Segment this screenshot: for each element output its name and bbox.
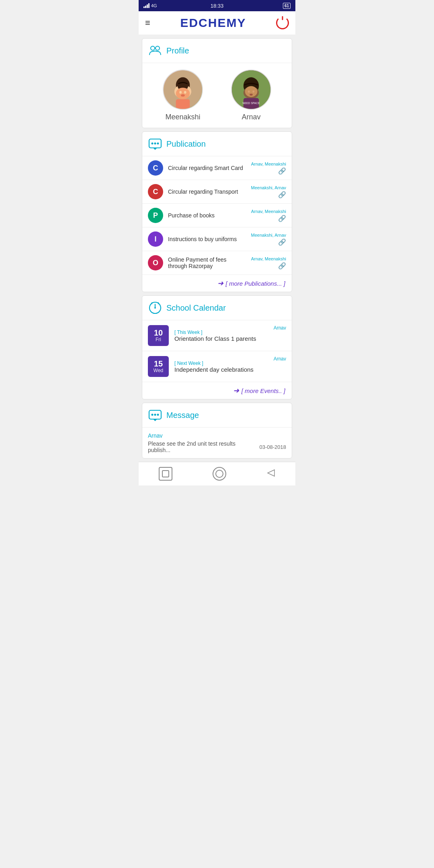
status-bar: 4G 18:33 61: [139, 0, 295, 11]
pub-title-1: Circular regarding Transport: [168, 188, 246, 195]
cal-event-title-1: Independent day celebrations: [174, 366, 268, 373]
attachment-icon-4: 🔗: [278, 262, 286, 270]
profile-item-arnav[interactable]: NEED SPACE Arnav: [231, 70, 271, 121]
svg-rect-10: [176, 99, 190, 109]
calendar-card: School Calendar 10 Fri [ This Week ] Ori…: [142, 295, 292, 399]
menu-button[interactable]: ≡: [145, 18, 150, 28]
cal-week-tag-1: [ Next Week ]: [174, 360, 268, 366]
nav-home-button[interactable]: [213, 467, 226, 481]
cal-item-1[interactable]: 15 Wed [ Next Week ] Independent day cel…: [142, 351, 292, 382]
more-pubs-arrow: ➜: [217, 279, 223, 288]
svg-rect-33: [162, 471, 169, 477]
network-type: 4G: [151, 3, 157, 8]
message-title: Message: [166, 411, 199, 420]
svg-point-32: [157, 414, 159, 416]
nav-square-button[interactable]: [159, 467, 172, 481]
svg-point-16: [252, 90, 254, 93]
calendar-title: School Calendar: [166, 303, 226, 313]
pub-meta-0: Arnav, Meenakshi 🔗: [251, 162, 286, 175]
svg-point-34: [216, 470, 223, 477]
pub-content-0: Circular regarding Smart Card: [168, 165, 246, 171]
pub-meta-3: Meenakshi, Arnav 🔗: [251, 233, 286, 246]
pub-content-2: Purchase of books: [168, 212, 246, 219]
pub-meta-4: Arnav, Meenakshi 🔗: [251, 256, 286, 270]
avatar-meenakshi: [163, 70, 203, 110]
svg-point-21: [151, 143, 154, 145]
cal-event-title-0: Orientation for Class 1 parents: [174, 335, 268, 342]
app-title: EDCHEMY: [180, 16, 246, 30]
nav-back-button[interactable]: [266, 469, 275, 479]
profile-name-arnav: Arnav: [242, 113, 260, 121]
message-sender-0: Arnav: [148, 432, 286, 439]
calendar-header: School Calendar: [142, 296, 292, 320]
app-header: ≡ EDCHEMY: [139, 11, 295, 35]
battery-indicator: 61: [283, 3, 291, 9]
cal-day-name-0: Fri: [156, 337, 161, 342]
pub-students-3: Meenakshi, Arnav: [251, 233, 286, 237]
pub-icon-0: C: [148, 160, 163, 176]
pub-content-3: Instructions to buy uniforms: [168, 236, 246, 242]
pub-item-1[interactable]: C Circular regarding Transport Meenakshi…: [142, 180, 292, 204]
svg-point-22: [154, 143, 156, 145]
svg-point-17: [250, 94, 253, 96]
svg-point-8: [184, 91, 186, 94]
cal-week-tag-0: [ This Week ]: [174, 330, 268, 335]
cal-date-0: 10 Fri: [148, 325, 169, 346]
message-icon: [148, 408, 162, 422]
more-events-link[interactable]: ➜ [ more Events.. ]: [142, 382, 292, 399]
pub-item-4[interactable]: O Online Payment of fees through Razorpa…: [142, 251, 292, 275]
profile-name-meenakshi: Meenakshi: [165, 113, 200, 121]
profile-card: Profile Meenakshi: [142, 38, 292, 128]
publication-card: Publication C Circular regarding Smart C…: [142, 131, 292, 292]
attachment-icon-1: 🔗: [278, 191, 286, 199]
avatar-arnav: NEED SPACE: [231, 70, 271, 110]
pub-meta-2: Arnav, Meenakshi 🔗: [251, 209, 286, 222]
pub-content-4: Online Payment of fees through Razorpay: [168, 256, 246, 269]
pub-students-2: Arnav, Meenakshi: [251, 209, 286, 214]
message-text-0: Please see the 2nd unit test results pub…: [148, 440, 256, 453]
more-publications-label: [ more Publications... ]: [226, 280, 285, 287]
pub-item-2[interactable]: P Purchase of books Arnav, Meenakshi 🔗: [142, 204, 292, 227]
svg-point-31: [154, 414, 156, 416]
pub-item-0[interactable]: C Circular regarding Smart Card Arnav, M…: [142, 156, 292, 180]
pub-title-4: Online Payment of fees through Razorpay: [168, 256, 246, 269]
calendar-icon: [148, 301, 162, 315]
cal-student-1: Arnav: [274, 356, 286, 362]
profile-item-meenakshi[interactable]: Meenakshi: [163, 70, 203, 121]
message-card: Message Arnav Please see the 2nd unit te…: [142, 403, 292, 459]
more-events-arrow: ➜: [233, 386, 239, 395]
pub-students-0: Arnav, Meenakshi: [251, 162, 286, 166]
svg-marker-35: [268, 470, 274, 476]
cal-student-0: Arnav: [274, 325, 286, 331]
message-content-0: Please see the 2nd unit test results pub…: [148, 440, 286, 453]
pub-students-1: Meenakshi, Arnav: [251, 185, 286, 190]
cal-day-name-1: Wed: [154, 368, 163, 373]
cal-content-1: [ Next Week ] Independent day celebratio…: [174, 360, 268, 373]
svg-point-9: [181, 94, 185, 97]
publication-header: Publication: [142, 132, 292, 156]
cal-day-num-0: 10: [154, 329, 163, 337]
pub-content-1: Circular regarding Transport: [168, 188, 246, 195]
svg-point-1: [156, 46, 160, 50]
status-time: 18:33: [211, 3, 224, 9]
svg-point-30: [151, 414, 154, 416]
publication-title: Publication: [166, 139, 206, 149]
message-item-0[interactable]: Arnav Please see the 2nd unit test resul…: [142, 428, 292, 458]
pub-icon-2: P: [148, 208, 163, 223]
svg-point-15: [248, 90, 250, 93]
profile-grid: Meenakshi NEED SPACE Arnav: [142, 63, 292, 128]
pub-students-4: Arnav, Meenakshi: [251, 256, 286, 261]
more-events-label: [ more Events.. ]: [242, 387, 285, 394]
pub-item-3[interactable]: I Instructions to buy uniforms Meenakshi…: [142, 227, 292, 251]
cal-item-0[interactable]: 10 Fri [ This Week ] Orientation for Cla…: [142, 320, 292, 351]
cal-day-num-1: 15: [154, 360, 163, 368]
pub-meta-1: Meenakshi, Arnav 🔗: [251, 185, 286, 199]
pub-icon-1: C: [148, 184, 163, 199]
attachment-icon-0: 🔗: [278, 167, 286, 175]
signal-indicator: [143, 3, 149, 8]
profile-header: Profile: [142, 39, 292, 63]
more-publications-link[interactable]: ➜ [ more Publications... ]: [142, 275, 292, 292]
power-button[interactable]: [276, 16, 289, 29]
svg-point-6: [176, 88, 190, 99]
pub-icon-3: I: [148, 231, 163, 247]
